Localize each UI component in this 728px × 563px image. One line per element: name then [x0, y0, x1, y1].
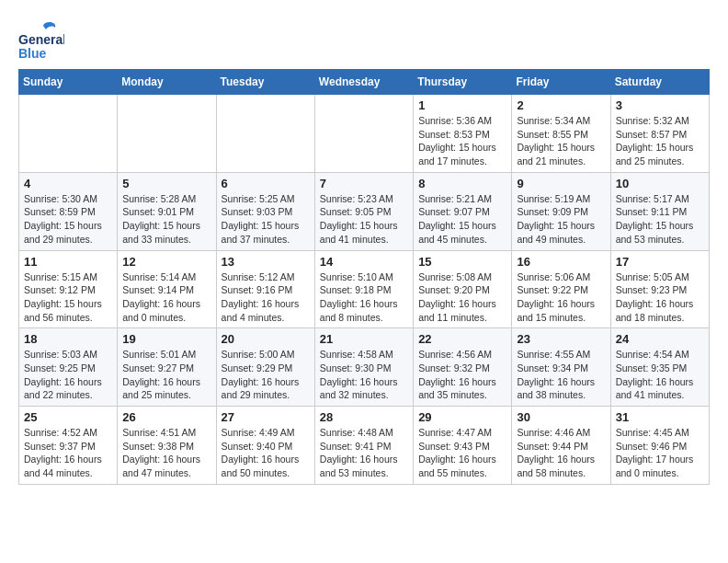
day-number: 19	[122, 332, 210, 346]
day-number: 29	[418, 410, 506, 424]
day-info: Sunrise: 5:19 AM Sunset: 9:09 PM Dayligh…	[517, 192, 605, 247]
day-number: 30	[517, 410, 605, 424]
day-info: Sunrise: 5:05 AM Sunset: 9:23 PM Dayligh…	[616, 270, 704, 325]
calendar-cell: 26Sunrise: 4:51 AM Sunset: 9:38 PM Dayli…	[118, 407, 216, 485]
day-info: Sunrise: 5:00 AM Sunset: 9:29 PM Dayligh…	[222, 348, 310, 402]
calendar-cell: 30Sunrise: 4:46 AM Sunset: 9:44 PM Dayli…	[512, 407, 610, 485]
week-row-1: 1Sunrise: 5:36 AM Sunset: 8:53 PM Daylig…	[19, 95, 710, 173]
day-number: 25	[24, 410, 112, 424]
day-number: 5	[122, 177, 210, 190]
day-info: Sunrise: 5:34 AM Sunset: 8:55 PM Dayligh…	[517, 114, 605, 168]
calendar-cell: 16Sunrise: 5:06 AM Sunset: 9:22 PM Dayli…	[512, 250, 610, 328]
day-number: 10	[616, 177, 704, 190]
day-number: 12	[122, 255, 210, 269]
weekday-header-monday: Monday	[118, 70, 216, 95]
weekday-header-wednesday: Wednesday	[314, 70, 413, 95]
day-info: Sunrise: 5:06 AM Sunset: 9:22 PM Dayligh…	[517, 270, 605, 325]
day-info: Sunrise: 5:21 AM Sunset: 9:07 PM Dayligh…	[418, 192, 506, 247]
calendar-cell: 20Sunrise: 5:00 AM Sunset: 9:29 PM Dayli…	[216, 328, 314, 407]
calendar-cell: 15Sunrise: 5:08 AM Sunset: 9:20 PM Dayli…	[414, 250, 512, 328]
day-info: Sunrise: 4:45 AM Sunset: 9:46 PM Dayligh…	[616, 426, 704, 480]
weekday-header-friday: Friday	[512, 70, 610, 95]
day-number: 16	[517, 255, 605, 269]
day-info: Sunrise: 4:54 AM Sunset: 9:35 PM Dayligh…	[616, 348, 704, 402]
calendar-cell: 10Sunrise: 5:17 AM Sunset: 9:11 PM Dayli…	[610, 172, 709, 250]
calendar-table: SundayMondayTuesdayWednesdayThursdayFrid…	[18, 69, 710, 485]
day-info: Sunrise: 5:10 AM Sunset: 9:18 PM Dayligh…	[320, 270, 408, 325]
calendar-cell: 23Sunrise: 4:55 AM Sunset: 9:34 PM Dayli…	[512, 328, 610, 407]
weekday-header-sunday: Sunday	[19, 70, 118, 95]
day-info: Sunrise: 5:15 AM Sunset: 9:12 PM Dayligh…	[24, 270, 112, 325]
day-info: Sunrise: 5:30 AM Sunset: 8:59 PM Dayligh…	[24, 192, 112, 247]
calendar-cell	[216, 95, 314, 173]
calendar-cell: 9Sunrise: 5:19 AM Sunset: 9:09 PM Daylig…	[512, 172, 610, 250]
weekday-header-thursday: Thursday	[414, 70, 512, 95]
day-number: 28	[320, 410, 408, 424]
logo: GeneralBlue	[18, 18, 64, 60]
day-number: 18	[24, 332, 112, 346]
week-row-4: 18Sunrise: 5:03 AM Sunset: 9:25 PM Dayli…	[19, 328, 710, 407]
calendar-cell: 21Sunrise: 4:58 AM Sunset: 9:30 PM Dayli…	[314, 328, 413, 407]
day-number: 26	[122, 410, 210, 424]
day-number: 23	[517, 332, 605, 346]
page-header: GeneralBlue	[18, 18, 710, 60]
weekday-header-row: SundayMondayTuesdayWednesdayThursdayFrid…	[19, 70, 710, 95]
calendar-cell: 1Sunrise: 5:36 AM Sunset: 8:53 PM Daylig…	[414, 95, 512, 173]
calendar-cell: 4Sunrise: 5:30 AM Sunset: 8:59 PM Daylig…	[19, 172, 118, 250]
day-info: Sunrise: 5:14 AM Sunset: 9:14 PM Dayligh…	[122, 270, 210, 325]
calendar-cell: 27Sunrise: 4:49 AM Sunset: 9:40 PM Dayli…	[216, 407, 314, 485]
calendar-cell: 3Sunrise: 5:32 AM Sunset: 8:57 PM Daylig…	[610, 95, 709, 173]
calendar-cell: 19Sunrise: 5:01 AM Sunset: 9:27 PM Dayli…	[118, 328, 216, 407]
day-number: 14	[320, 255, 408, 269]
day-number: 22	[418, 332, 506, 346]
day-info: Sunrise: 5:08 AM Sunset: 9:20 PM Dayligh…	[418, 270, 506, 325]
day-number: 24	[616, 332, 704, 346]
day-info: Sunrise: 5:03 AM Sunset: 9:25 PM Dayligh…	[24, 348, 112, 402]
day-info: Sunrise: 5:23 AM Sunset: 9:05 PM Dayligh…	[320, 192, 408, 247]
day-number: 2	[517, 98, 605, 112]
day-number: 3	[616, 98, 704, 112]
day-info: Sunrise: 4:56 AM Sunset: 9:32 PM Dayligh…	[418, 348, 506, 402]
day-number: 17	[616, 255, 704, 269]
calendar-cell: 31Sunrise: 4:45 AM Sunset: 9:46 PM Dayli…	[610, 407, 709, 485]
day-number: 4	[24, 177, 112, 190]
calendar-cell: 22Sunrise: 4:56 AM Sunset: 9:32 PM Dayli…	[414, 328, 512, 407]
logo-svg: GeneralBlue	[18, 18, 64, 60]
week-row-2: 4Sunrise: 5:30 AM Sunset: 8:59 PM Daylig…	[19, 172, 710, 250]
day-info: Sunrise: 4:58 AM Sunset: 9:30 PM Dayligh…	[320, 348, 408, 402]
day-info: Sunrise: 4:51 AM Sunset: 9:38 PM Dayligh…	[122, 426, 210, 480]
day-info: Sunrise: 4:47 AM Sunset: 9:43 PM Dayligh…	[418, 426, 506, 480]
day-number: 31	[616, 410, 704, 424]
day-info: Sunrise: 5:25 AM Sunset: 9:03 PM Dayligh…	[222, 192, 310, 247]
day-number: 9	[517, 177, 605, 190]
calendar-cell: 14Sunrise: 5:10 AM Sunset: 9:18 PM Dayli…	[314, 250, 413, 328]
day-number: 6	[222, 177, 310, 190]
week-row-5: 25Sunrise: 4:52 AM Sunset: 9:37 PM Dayli…	[19, 407, 710, 485]
day-info: Sunrise: 4:52 AM Sunset: 9:37 PM Dayligh…	[24, 426, 112, 480]
calendar-cell: 13Sunrise: 5:12 AM Sunset: 9:16 PM Dayli…	[216, 250, 314, 328]
calendar-cell: 18Sunrise: 5:03 AM Sunset: 9:25 PM Dayli…	[19, 328, 118, 407]
calendar-cell: 28Sunrise: 4:48 AM Sunset: 9:41 PM Dayli…	[314, 407, 413, 485]
day-number: 21	[320, 332, 408, 346]
calendar-cell: 17Sunrise: 5:05 AM Sunset: 9:23 PM Dayli…	[610, 250, 709, 328]
calendar-cell: 8Sunrise: 5:21 AM Sunset: 9:07 PM Daylig…	[414, 172, 512, 250]
calendar-cell: 29Sunrise: 4:47 AM Sunset: 9:43 PM Dayli…	[414, 407, 512, 485]
svg-text:Blue: Blue	[18, 46, 47, 60]
day-number: 27	[222, 410, 310, 424]
svg-text:General: General	[18, 32, 64, 47]
day-number: 1	[418, 98, 506, 112]
calendar-cell: 24Sunrise: 4:54 AM Sunset: 9:35 PM Dayli…	[610, 328, 709, 407]
calendar-cell	[314, 95, 413, 173]
day-number: 8	[418, 177, 506, 190]
day-info: Sunrise: 4:48 AM Sunset: 9:41 PM Dayligh…	[320, 426, 408, 480]
calendar-cell: 5Sunrise: 5:28 AM Sunset: 9:01 PM Daylig…	[118, 172, 216, 250]
calendar-cell: 11Sunrise: 5:15 AM Sunset: 9:12 PM Dayli…	[19, 250, 118, 328]
week-row-3: 11Sunrise: 5:15 AM Sunset: 9:12 PM Dayli…	[19, 250, 710, 328]
calendar-cell	[19, 95, 118, 173]
day-info: Sunrise: 4:49 AM Sunset: 9:40 PM Dayligh…	[222, 426, 310, 480]
calendar-cell: 6Sunrise: 5:25 AM Sunset: 9:03 PM Daylig…	[216, 172, 314, 250]
day-number: 15	[418, 255, 506, 269]
calendar-cell	[118, 95, 216, 173]
day-number: 11	[24, 255, 112, 269]
day-number: 7	[320, 177, 408, 190]
